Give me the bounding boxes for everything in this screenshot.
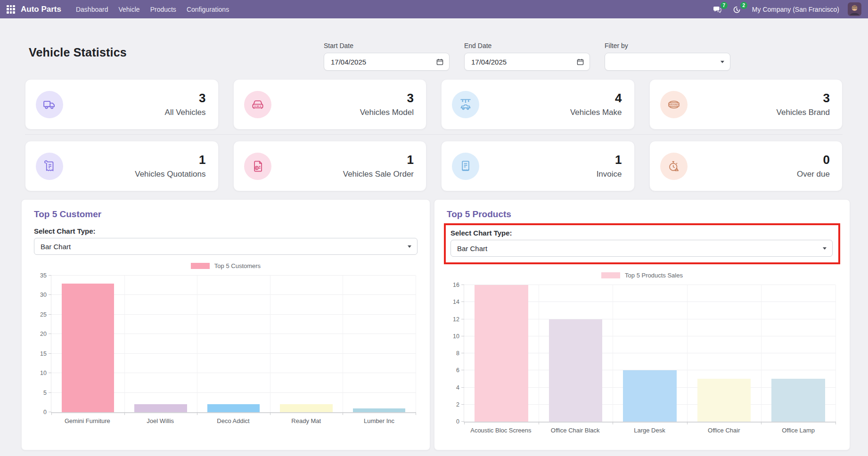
calendar-icon[interactable] (436, 58, 443, 65)
page-title: Vehicle Statistics (29, 46, 324, 59)
x-axis-label: Acoustic Bloc Screens (464, 427, 538, 434)
stat-value: 1 (63, 153, 206, 167)
stat-label: Vehicles Brand (688, 108, 830, 117)
car-icon (244, 91, 271, 118)
stat-value: 1 (271, 153, 414, 167)
stat-card-vehicles-quotations[interactable]: 1Vehicles Quotations (25, 141, 219, 191)
customer-chart-type-select[interactable]: Bar Chart (34, 238, 418, 255)
stat-value: 1 (479, 153, 622, 167)
x-axis-label: Office Chair Black (538, 427, 613, 434)
x-axis-label: Lumber Inc (343, 417, 416, 424)
invoice-icon (452, 153, 479, 180)
x-axis-label: Office Lamp (761, 427, 835, 434)
activities-button[interactable]: 2 (732, 4, 744, 15)
legend-label: Top 5 Products Sales (625, 272, 683, 279)
calendar-icon[interactable] (577, 58, 584, 65)
top5-customer-bar-chart: Top 5 Customers05101520253035Gemini Furn… (34, 261, 418, 424)
filter-by-label: Filter by (605, 42, 730, 49)
filters-bar: Start Date 17/04/2025 End Date 17/04/202… (324, 42, 730, 71)
stat-label: Vehicles Make (479, 108, 622, 117)
x-axis-label: Joel Willis (124, 417, 197, 424)
stat-value: 0 (688, 153, 830, 167)
user-avatar[interactable] (848, 2, 861, 16)
x-axis-label: Office Chair (687, 427, 761, 434)
chart-plot-area: 0246810121416 (464, 285, 835, 423)
products-chart-type-select[interactable]: Bar Chart (450, 240, 833, 257)
bar-ready-mat (280, 404, 332, 412)
stat-value: 3 (63, 91, 206, 105)
stats-section: 3All Vehicles3Vehicles Model4Vehicles Ma… (0, 71, 868, 191)
messages-badge: 7 (721, 2, 728, 9)
top5-products-bar-chart: Top 5 Products Sales0246810121416Acousti… (447, 271, 837, 434)
svg-text:BRAND: BRAND (669, 103, 679, 106)
bar-office-chair-black (549, 319, 602, 422)
stat-card-invoice[interactable]: 1Invoice (441, 141, 635, 191)
annotation-highlight-box: Select Chart Type: Bar Chart (444, 223, 840, 264)
x-axis-label: Gemini Furniture (51, 417, 124, 424)
activities-badge: 2 (740, 2, 747, 9)
company-switcher[interactable]: My Company (San Francisco) (752, 6, 839, 13)
stat-card-over-due[interactable]: 0Over due (649, 141, 843, 191)
bar-acoustic-bloc-screens (475, 285, 528, 422)
chevron-down-icon (721, 61, 724, 63)
stat-card-vehicles-model[interactable]: 3Vehicles Model (233, 79, 427, 130)
apps-grid-icon[interactable] (7, 5, 15, 14)
filter-by-select[interactable] (605, 53, 730, 71)
sale-order-icon (244, 153, 271, 180)
nav-item-dashboard[interactable]: Dashboard (71, 1, 114, 18)
stat-card-vehicles-make[interactable]: 4Vehicles Make (441, 79, 635, 130)
start-date-input[interactable]: 17/04/2025 (324, 53, 450, 71)
start-date-label: Start Date (324, 42, 450, 49)
chart-type-label: Select Chart Type: (34, 227, 418, 235)
legend-swatch (191, 263, 210, 269)
legend-swatch (601, 272, 620, 278)
stat-label: Vehicles Quotations (63, 170, 206, 179)
stat-value: 4 (479, 91, 622, 105)
chart-type-label: Select Chart Type: (450, 229, 833, 237)
stat-card-all-vehicles[interactable]: 3All Vehicles (25, 79, 219, 130)
top5-products-card: Top 5 Products Select Chart Type: Bar Ch… (434, 199, 850, 450)
nav-item-products[interactable]: Products (145, 1, 181, 18)
bar-lumber-inc (353, 408, 405, 412)
overdue-stopwatch-icon (660, 153, 688, 180)
quotation-receipt-icon (36, 153, 63, 180)
top-navbar: Auto Parts DashboardVehicleProductsConfi… (0, 0, 868, 18)
top5-customer-card: Top 5 Customer Select Chart Type: Bar Ch… (21, 199, 430, 450)
vehicle-make-icon (452, 91, 479, 118)
bar-gemini-furniture (62, 284, 114, 412)
bar-joel-willis (134, 404, 187, 412)
main-menu: DashboardVehicleProductsConfigurations (71, 1, 234, 18)
nav-item-configurations[interactable]: Configurations (181, 1, 234, 18)
stat-card-vehicles-sale-order[interactable]: 1Vehicles Sale Order (233, 141, 427, 191)
bar-deco-addict (207, 404, 260, 412)
stat-card-vehicles-brand[interactable]: BRAND3Vehicles Brand (649, 79, 843, 130)
x-axis-label: Large Desk (613, 427, 687, 434)
page-header: Vehicle Statistics Start Date 17/04/2025… (0, 18, 868, 71)
x-axis-label: Deco Addict (197, 417, 270, 424)
chevron-down-icon (408, 245, 411, 248)
x-axis-label: Ready Mat (270, 417, 343, 424)
stat-label: Invoice (479, 170, 622, 179)
chart-legend[interactable]: Top 5 Customers (34, 261, 418, 270)
brand-badge-icon: BRAND (660, 91, 688, 118)
stat-label: Vehicles Sale Order (271, 170, 414, 179)
chart-plot-area: 05101520253035 (51, 276, 416, 413)
stats-divider (25, 134, 843, 135)
stat-label: Vehicles Model (271, 108, 414, 117)
stat-value: 3 (688, 91, 830, 105)
app-brand[interactable]: Auto Parts (21, 5, 61, 14)
stat-label: All Vehicles (63, 108, 206, 117)
end-date-input[interactable]: 17/04/2025 (464, 53, 590, 71)
stat-value: 3 (271, 91, 414, 105)
charts-section: Top 5 Customer Select Chart Type: Bar Ch… (0, 191, 868, 450)
messages-button[interactable]: 7 (712, 4, 724, 15)
chevron-down-icon (823, 247, 827, 250)
nav-item-vehicle[interactable]: Vehicle (113, 1, 145, 18)
bar-office-chair (697, 379, 751, 422)
stat-label: Over due (688, 170, 830, 179)
truck-icon (36, 91, 63, 118)
bar-large-desk (623, 370, 676, 422)
chart-legend[interactable]: Top 5 Products Sales (447, 271, 837, 279)
chart-title: Top 5 Customer (34, 209, 418, 220)
end-date-label: End Date (464, 42, 590, 49)
